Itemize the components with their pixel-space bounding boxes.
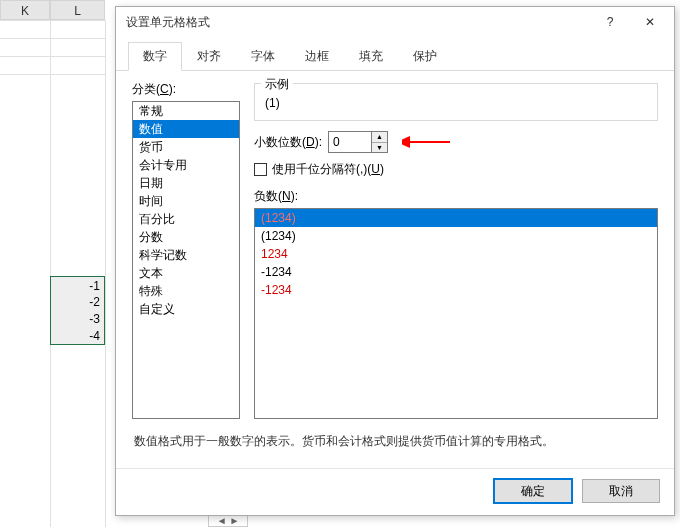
negative-format-item[interactable]: (1234) [255, 209, 657, 227]
cancel-button[interactable]: 取消 [582, 479, 660, 503]
tab-边框[interactable]: 边框 [290, 42, 344, 71]
thousands-label: 使用千位分隔符(,)(U) [272, 161, 384, 178]
dialog-tabs: 数字对齐字体边框填充保护 [116, 37, 674, 71]
cell[interactable]: -2 [50, 293, 105, 311]
category-item[interactable]: 特殊 [133, 282, 239, 300]
col-header-k[interactable]: K [0, 0, 50, 20]
cell[interactable]: -1 [50, 276, 105, 294]
tab-数字[interactable]: 数字 [128, 42, 182, 71]
close-button[interactable]: ✕ [630, 8, 670, 36]
tab-字体[interactable]: 字体 [236, 42, 290, 71]
category-item[interactable]: 数值 [133, 120, 239, 138]
category-label: 分类(C): [132, 81, 240, 98]
category-item[interactable]: 日期 [133, 174, 239, 192]
format-description: 数值格式用于一般数字的表示。货币和会计格式则提供货币值计算的专用格式。 [134, 433, 656, 450]
category-item[interactable]: 会计专用 [133, 156, 239, 174]
decimals-spinner[interactable]: ▲ ▼ [328, 131, 388, 153]
decimals-input[interactable] [329, 132, 371, 152]
negative-format-item[interactable]: (1234) [255, 227, 657, 245]
category-item[interactable]: 文本 [133, 264, 239, 282]
decimals-label: 小数位数(D): [254, 134, 322, 151]
cell[interactable]: -3 [50, 310, 105, 328]
category-item[interactable]: 时间 [133, 192, 239, 210]
tab-填充[interactable]: 填充 [344, 42, 398, 71]
spin-down-icon[interactable]: ▼ [372, 143, 387, 153]
negative-label: 负数(N): [254, 188, 658, 205]
category-item[interactable]: 自定义 [133, 300, 239, 318]
annotation-arrow-icon [402, 135, 452, 149]
category-item[interactable]: 常规 [133, 102, 239, 120]
format-cells-dialog: 设置单元格格式 ? ✕ 数字对齐字体边框填充保护 分类(C): 常规数值货币会计… [115, 6, 675, 516]
titlebar: 设置单元格格式 ? ✕ [116, 7, 674, 37]
negative-format-item[interactable]: 1234 [255, 245, 657, 263]
ok-button[interactable]: 确定 [494, 479, 572, 503]
negative-format-item[interactable]: -1234 [255, 281, 657, 299]
negative-format-item[interactable]: -1234 [255, 263, 657, 281]
category-item[interactable]: 货币 [133, 138, 239, 156]
category-item[interactable]: 科学记数 [133, 246, 239, 264]
category-item[interactable]: 分数 [133, 228, 239, 246]
category-listbox[interactable]: 常规数值货币会计专用日期时间百分比分数科学记数文本特殊自定义 [132, 101, 240, 419]
tab-保护[interactable]: 保护 [398, 42, 452, 71]
spin-up-icon[interactable]: ▲ [372, 132, 387, 143]
tab-对齐[interactable]: 对齐 [182, 42, 236, 71]
help-button[interactable]: ? [590, 8, 630, 36]
dialog-title: 设置单元格格式 [126, 14, 590, 31]
example-value: (1) [265, 90, 647, 110]
thousands-checkbox[interactable] [254, 163, 267, 176]
negative-listbox[interactable]: (1234)(1234)1234-1234-1234 [254, 208, 658, 419]
category-item[interactable]: 百分比 [133, 210, 239, 228]
example-label: 示例 [261, 76, 293, 93]
example-box: 示例 (1) [254, 83, 658, 121]
cell[interactable]: -4 [50, 327, 105, 345]
col-header-l[interactable]: L [50, 0, 105, 20]
